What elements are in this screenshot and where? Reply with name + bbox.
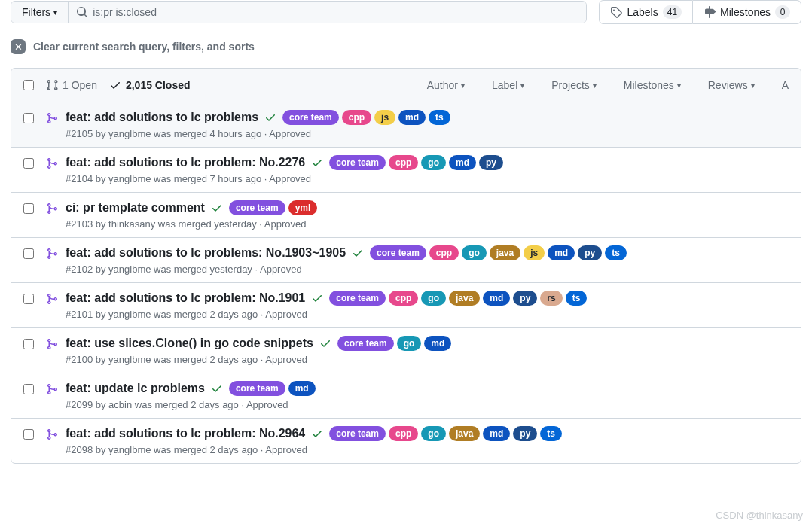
row-checkbox[interactable]: [23, 203, 34, 214]
label-cpp[interactable]: cpp: [389, 155, 418, 170]
label-js[interactable]: js: [524, 245, 545, 260]
filter-label[interactable]: Label▾: [492, 79, 524, 91]
label-cpp[interactable]: cpp: [342, 110, 371, 125]
git-merge-icon: [46, 293, 58, 320]
label-py[interactable]: py: [578, 245, 602, 260]
label-md[interactable]: md: [449, 155, 476, 170]
search-input[interactable]: [88, 2, 578, 23]
pr-title-link[interactable]: feat: add solutions to lc problem: No.22…: [66, 156, 305, 169]
label-py[interactable]: py: [513, 426, 537, 441]
label-go[interactable]: go: [462, 245, 487, 260]
label-cpp[interactable]: cpp: [389, 426, 418, 441]
filter-reviews[interactable]: Reviews▾: [708, 79, 755, 91]
table-row: feat: add solutions to lc problem: No.22…: [11, 148, 801, 193]
label-java[interactable]: java: [449, 291, 480, 306]
list-header: 1 Open 2,015 Closed Author▾Label▾Project…: [11, 69, 801, 102]
filters-dropdown-button[interactable]: Filters ▾: [11, 2, 69, 23]
label-rs[interactable]: rs: [540, 291, 562, 306]
check-icon: [109, 79, 121, 91]
milestones-button[interactable]: Milestones 0: [693, 0, 801, 24]
filter-label: Projects: [551, 79, 590, 91]
label-md[interactable]: md: [288, 381, 316, 396]
pr-title-link[interactable]: feat: use slices.Clone() in go code snip…: [66, 337, 313, 350]
label-py[interactable]: py: [479, 155, 503, 170]
label-ts[interactable]: ts: [605, 245, 627, 260]
label-group: core teammd: [229, 381, 316, 396]
filter-label: Author: [427, 79, 458, 91]
pr-title-link[interactable]: feat: add solutions to lc problems: No.1…: [66, 246, 346, 260]
select-all-checkbox[interactable]: [23, 80, 34, 90]
pr-title-link[interactable]: feat: add solutions to lc problem: No.29…: [66, 427, 305, 440]
status-check-icon: [264, 111, 276, 123]
row-checkbox[interactable]: [23, 248, 34, 259]
caret-down-icon: ▾: [53, 8, 57, 17]
label-java[interactable]: java: [490, 245, 520, 260]
table-row: feat: add solutions to lc problem: No.29…: [11, 419, 801, 463]
git-merge-icon: [46, 157, 58, 184]
label-go[interactable]: go: [421, 291, 446, 306]
filter-author[interactable]: Author▾: [427, 79, 465, 91]
label-ts[interactable]: ts: [429, 110, 450, 125]
row-checkbox[interactable]: [23, 339, 34, 349]
label-ts[interactable]: ts: [540, 426, 562, 441]
row-checkbox[interactable]: [23, 429, 34, 440]
pr-list: 1 Open 2,015 Closed Author▾Label▾Project…: [11, 68, 801, 464]
caret-down-icon: ▾: [520, 81, 524, 90]
label-md[interactable]: md: [424, 336, 451, 351]
row-checkbox[interactable]: [23, 158, 34, 169]
label-group: core teamcppgojavamdpyts: [329, 426, 562, 441]
label-md[interactable]: md: [483, 291, 510, 306]
filter-label: Reviews: [708, 79, 748, 91]
label-go[interactable]: go: [421, 155, 446, 170]
filter-milestones[interactable]: Milestones▾: [624, 79, 681, 91]
filter-label: A: [782, 79, 789, 91]
row-checkbox[interactable]: [23, 113, 34, 123]
git-merge-icon: [46, 203, 58, 230]
status-check-icon: [311, 292, 323, 304]
label-yml[interactable]: yml: [288, 200, 318, 215]
label-core team[interactable]: core team: [329, 155, 386, 170]
label-md[interactable]: md: [483, 426, 510, 441]
row-checkbox[interactable]: [23, 384, 34, 394]
label-core team[interactable]: core team: [229, 200, 285, 215]
label-js[interactable]: js: [374, 110, 395, 125]
filters-label: Filters: [22, 6, 50, 18]
closed-tab[interactable]: 2,015 Closed: [109, 79, 191, 91]
label-ts[interactable]: ts: [566, 291, 588, 306]
label-core team[interactable]: core team: [329, 291, 386, 306]
label-py[interactable]: py: [513, 291, 537, 306]
pr-meta: #2105 by yanglbme was merged 4 hours ago…: [66, 128, 789, 139]
label-core team[interactable]: core team: [337, 336, 394, 351]
label-core team[interactable]: core team: [370, 245, 426, 260]
label-go[interactable]: go: [421, 426, 446, 441]
pr-title-link[interactable]: ci: pr template comment: [66, 201, 205, 215]
label-cpp[interactable]: cpp: [389, 291, 418, 306]
label-group: core teamyml: [229, 200, 317, 215]
label-cpp[interactable]: cpp: [429, 245, 459, 260]
pr-meta: #2104 by yanglbme was merged 7 hours ago…: [66, 173, 789, 184]
table-row: feat: add solutions to lc problemscore t…: [11, 102, 801, 148]
label-group: core teamcppgojavamdpyrsts: [329, 291, 587, 306]
label-core team[interactable]: core team: [329, 426, 386, 441]
pr-title-link[interactable]: feat: add solutions to lc problems: [66, 111, 258, 124]
filter-projects[interactable]: Projects▾: [551, 79, 597, 91]
pr-title-link[interactable]: feat: add solutions to lc problem: No.19…: [66, 291, 305, 305]
filter-a[interactable]: A: [782, 79, 789, 91]
caret-down-icon: ▾: [461, 81, 465, 90]
pr-title-link[interactable]: feat: update lc problems: [66, 382, 205, 395]
open-tab[interactable]: 1 Open: [46, 79, 97, 91]
pr-meta: #2103 by thinkasany was merged yesterday…: [66, 218, 789, 230]
label-go[interactable]: go: [397, 336, 422, 351]
labels-button[interactable]: Labels 41: [599, 0, 693, 24]
clear-search-link[interactable]: ✕ Clear current search query, filters, a…: [0, 33, 812, 68]
pr-meta: #2101 by yanglbme was merged 2 days ago …: [66, 309, 789, 320]
label-java[interactable]: java: [449, 426, 480, 441]
label-group: core teamcppgomdpy: [329, 155, 503, 170]
label-md[interactable]: md: [548, 245, 575, 260]
row-checkbox[interactable]: [23, 294, 34, 304]
git-merge-icon: [46, 248, 58, 275]
label-core team[interactable]: core team: [282, 110, 339, 125]
label-md[interactable]: md: [398, 110, 426, 125]
status-check-icon: [211, 382, 223, 394]
label-core team[interactable]: core team: [229, 381, 285, 396]
